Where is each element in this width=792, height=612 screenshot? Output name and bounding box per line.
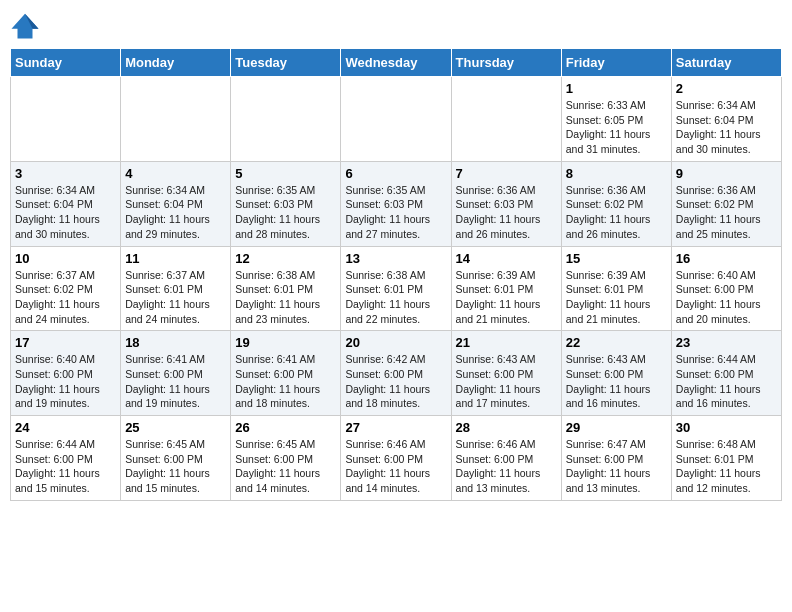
day-info: Sunrise: 6:44 AM Sunset: 6:00 PM Dayligh… [676,352,777,411]
day-info: Sunrise: 6:39 AM Sunset: 6:01 PM Dayligh… [456,268,557,327]
day-info: Sunrise: 6:34 AM Sunset: 6:04 PM Dayligh… [676,98,777,157]
calendar-cell [121,77,231,162]
day-number: 6 [345,166,446,181]
day-number: 8 [566,166,667,181]
calendar-day-header: Saturday [671,49,781,77]
calendar-cell: 22Sunrise: 6:43 AM Sunset: 6:00 PM Dayli… [561,331,671,416]
logo [10,10,44,40]
calendar-cell: 21Sunrise: 6:43 AM Sunset: 6:00 PM Dayli… [451,331,561,416]
calendar-week-row: 17Sunrise: 6:40 AM Sunset: 6:00 PM Dayli… [11,331,782,416]
calendar-day-header: Tuesday [231,49,341,77]
day-info: Sunrise: 6:44 AM Sunset: 6:00 PM Dayligh… [15,437,116,496]
day-info: Sunrise: 6:40 AM Sunset: 6:00 PM Dayligh… [15,352,116,411]
day-info: Sunrise: 6:34 AM Sunset: 6:04 PM Dayligh… [125,183,226,242]
calendar-cell: 27Sunrise: 6:46 AM Sunset: 6:00 PM Dayli… [341,416,451,501]
day-number: 18 [125,335,226,350]
day-number: 14 [456,251,557,266]
day-info: Sunrise: 6:41 AM Sunset: 6:00 PM Dayligh… [235,352,336,411]
calendar-cell: 25Sunrise: 6:45 AM Sunset: 6:00 PM Dayli… [121,416,231,501]
day-info: Sunrise: 6:41 AM Sunset: 6:00 PM Dayligh… [125,352,226,411]
day-info: Sunrise: 6:38 AM Sunset: 6:01 PM Dayligh… [235,268,336,327]
day-info: Sunrise: 6:45 AM Sunset: 6:00 PM Dayligh… [235,437,336,496]
calendar-cell: 3Sunrise: 6:34 AM Sunset: 6:04 PM Daylig… [11,161,121,246]
day-info: Sunrise: 6:35 AM Sunset: 6:03 PM Dayligh… [345,183,446,242]
page-header [10,10,782,40]
calendar-cell: 1Sunrise: 6:33 AM Sunset: 6:05 PM Daylig… [561,77,671,162]
calendar-cell [341,77,451,162]
day-number: 23 [676,335,777,350]
calendar-cell: 2Sunrise: 6:34 AM Sunset: 6:04 PM Daylig… [671,77,781,162]
calendar-header-row: SundayMondayTuesdayWednesdayThursdayFrid… [11,49,782,77]
calendar-week-row: 1Sunrise: 6:33 AM Sunset: 6:05 PM Daylig… [11,77,782,162]
day-info: Sunrise: 6:46 AM Sunset: 6:00 PM Dayligh… [345,437,446,496]
calendar-cell: 5Sunrise: 6:35 AM Sunset: 6:03 PM Daylig… [231,161,341,246]
day-number: 1 [566,81,667,96]
day-number: 17 [15,335,116,350]
day-info: Sunrise: 6:40 AM Sunset: 6:00 PM Dayligh… [676,268,777,327]
calendar-day-header: Wednesday [341,49,451,77]
day-number: 16 [676,251,777,266]
day-number: 22 [566,335,667,350]
day-number: 19 [235,335,336,350]
day-info: Sunrise: 6:43 AM Sunset: 6:00 PM Dayligh… [456,352,557,411]
day-number: 20 [345,335,446,350]
day-number: 5 [235,166,336,181]
calendar-cell: 15Sunrise: 6:39 AM Sunset: 6:01 PM Dayli… [561,246,671,331]
calendar-week-row: 3Sunrise: 6:34 AM Sunset: 6:04 PM Daylig… [11,161,782,246]
calendar-cell: 20Sunrise: 6:42 AM Sunset: 6:00 PM Dayli… [341,331,451,416]
day-number: 9 [676,166,777,181]
calendar-cell: 18Sunrise: 6:41 AM Sunset: 6:00 PM Dayli… [121,331,231,416]
calendar-cell: 4Sunrise: 6:34 AM Sunset: 6:04 PM Daylig… [121,161,231,246]
calendar-cell: 24Sunrise: 6:44 AM Sunset: 6:00 PM Dayli… [11,416,121,501]
day-number: 7 [456,166,557,181]
day-number: 28 [456,420,557,435]
calendar-cell: 29Sunrise: 6:47 AM Sunset: 6:00 PM Dayli… [561,416,671,501]
logo-icon [10,10,40,40]
calendar-day-header: Thursday [451,49,561,77]
day-number: 4 [125,166,226,181]
day-info: Sunrise: 6:36 AM Sunset: 6:02 PM Dayligh… [676,183,777,242]
day-number: 29 [566,420,667,435]
calendar-cell [231,77,341,162]
day-number: 15 [566,251,667,266]
day-number: 12 [235,251,336,266]
calendar-day-header: Sunday [11,49,121,77]
day-number: 13 [345,251,446,266]
calendar-cell: 28Sunrise: 6:46 AM Sunset: 6:00 PM Dayli… [451,416,561,501]
calendar-cell [451,77,561,162]
day-info: Sunrise: 6:39 AM Sunset: 6:01 PM Dayligh… [566,268,667,327]
calendar: SundayMondayTuesdayWednesdayThursdayFrid… [10,48,782,501]
calendar-cell: 19Sunrise: 6:41 AM Sunset: 6:00 PM Dayli… [231,331,341,416]
day-info: Sunrise: 6:37 AM Sunset: 6:02 PM Dayligh… [15,268,116,327]
calendar-cell: 26Sunrise: 6:45 AM Sunset: 6:00 PM Dayli… [231,416,341,501]
day-number: 2 [676,81,777,96]
day-info: Sunrise: 6:36 AM Sunset: 6:02 PM Dayligh… [566,183,667,242]
calendar-cell: 23Sunrise: 6:44 AM Sunset: 6:00 PM Dayli… [671,331,781,416]
day-info: Sunrise: 6:47 AM Sunset: 6:00 PM Dayligh… [566,437,667,496]
calendar-week-row: 24Sunrise: 6:44 AM Sunset: 6:00 PM Dayli… [11,416,782,501]
day-info: Sunrise: 6:35 AM Sunset: 6:03 PM Dayligh… [235,183,336,242]
day-info: Sunrise: 6:36 AM Sunset: 6:03 PM Dayligh… [456,183,557,242]
calendar-cell: 12Sunrise: 6:38 AM Sunset: 6:01 PM Dayli… [231,246,341,331]
day-info: Sunrise: 6:48 AM Sunset: 6:01 PM Dayligh… [676,437,777,496]
calendar-cell: 7Sunrise: 6:36 AM Sunset: 6:03 PM Daylig… [451,161,561,246]
calendar-cell: 14Sunrise: 6:39 AM Sunset: 6:01 PM Dayli… [451,246,561,331]
calendar-cell: 16Sunrise: 6:40 AM Sunset: 6:00 PM Dayli… [671,246,781,331]
day-number: 26 [235,420,336,435]
calendar-cell [11,77,121,162]
day-info: Sunrise: 6:43 AM Sunset: 6:00 PM Dayligh… [566,352,667,411]
calendar-cell: 6Sunrise: 6:35 AM Sunset: 6:03 PM Daylig… [341,161,451,246]
calendar-body: 1Sunrise: 6:33 AM Sunset: 6:05 PM Daylig… [11,77,782,501]
calendar-cell: 11Sunrise: 6:37 AM Sunset: 6:01 PM Dayli… [121,246,231,331]
day-info: Sunrise: 6:42 AM Sunset: 6:00 PM Dayligh… [345,352,446,411]
day-number: 21 [456,335,557,350]
day-info: Sunrise: 6:33 AM Sunset: 6:05 PM Dayligh… [566,98,667,157]
calendar-header: SundayMondayTuesdayWednesdayThursdayFrid… [11,49,782,77]
day-number: 3 [15,166,116,181]
day-info: Sunrise: 6:37 AM Sunset: 6:01 PM Dayligh… [125,268,226,327]
day-number: 24 [15,420,116,435]
day-info: Sunrise: 6:45 AM Sunset: 6:00 PM Dayligh… [125,437,226,496]
day-number: 25 [125,420,226,435]
day-number: 30 [676,420,777,435]
calendar-day-header: Monday [121,49,231,77]
